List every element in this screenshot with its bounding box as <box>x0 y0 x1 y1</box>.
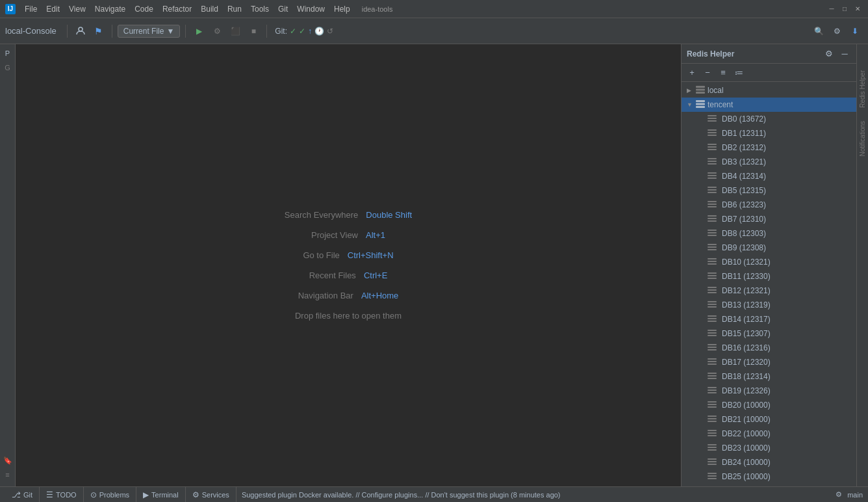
redis-db-item-6[interactable]: DB6 (12323) <box>682 198 856 212</box>
redis-db-item-0[interactable]: DB0 (13672) <box>682 112 856 126</box>
redis-db-item-20[interactable]: DB20 (10000) <box>682 398 856 412</box>
menu-help[interactable]: Help <box>330 3 354 15</box>
stop-button[interactable]: ■ <box>246 23 261 39</box>
tree-icon-tencent <box>696 100 705 110</box>
update-button[interactable]: ⬇ <box>847 23 863 39</box>
svg-rect-14 <box>708 146 717 148</box>
sidebar-icon-bookmarks[interactable]: 🔖 <box>1 454 14 467</box>
redis-db-item-10[interactable]: DB10 (12321) <box>682 255 856 269</box>
redis-filter-button[interactable]: ≔ <box>732 66 745 79</box>
right-label-notifications[interactable]: Notifications <box>858 114 867 163</box>
app-name: idea-tools <box>362 5 393 13</box>
redis-node-local[interactable]: ▶ local <box>682 83 856 98</box>
status-tab-services[interactable]: ⚙ Services <box>186 487 236 503</box>
svg-rect-6 <box>696 106 705 108</box>
run-button[interactable]: ▶ <box>191 23 207 39</box>
menu-file[interactable]: File <box>21 3 41 15</box>
minimize-button[interactable]: ─ <box>826 4 837 14</box>
redis-panel-title: Redis Helper <box>687 49 823 59</box>
status-tab-terminal[interactable]: ▶ Terminal <box>136 487 186 503</box>
menu-refactor[interactable]: Refactor <box>159 3 196 15</box>
svg-rect-35 <box>708 246 717 248</box>
sidebar-icon-structure[interactable]: ≡ <box>1 468 14 481</box>
svg-rect-20 <box>708 175 717 176</box>
redis-db-item-2[interactable]: DB2 (12312) <box>682 140 856 155</box>
menu-edit[interactable]: Edit <box>42 3 64 15</box>
restore-button[interactable]: □ <box>839 4 850 14</box>
build-button[interactable]: ⚙ <box>209 23 225 39</box>
db-icon-10 <box>708 258 717 267</box>
svg-rect-73 <box>708 430 717 431</box>
redis-db-item-18[interactable]: DB18 (12314) <box>682 369 856 384</box>
tree-arrow-tencent: ▼ <box>687 101 693 108</box>
sidebar-icon-project[interactable]: P <box>1 47 14 60</box>
current-file-button[interactable]: Current File ▼ <box>118 25 181 38</box>
redis-db-item-24[interactable]: DB24 (10000) <box>682 455 856 469</box>
git-history-icon: 🕐 <box>314 27 324 36</box>
db-label-16: DB16 (12316) <box>722 343 771 352</box>
svg-rect-68 <box>708 404 717 405</box>
db-icon-2 <box>708 143 717 152</box>
toolbar-separator-1 <box>67 25 68 38</box>
menu-run[interactable]: Run <box>223 3 246 15</box>
redis-db-item-17[interactable]: DB17 (12320) <box>682 355 856 369</box>
redis-db-item-5[interactable]: DB5 (12315) <box>682 183 856 198</box>
status-tab-git[interactable]: ⎇ Git <box>5 487 40 503</box>
menu-tools[interactable]: Tools <box>247 3 273 15</box>
menu-git[interactable]: Git <box>274 3 292 15</box>
redis-db-item-23[interactable]: DB23 (10000) <box>682 441 856 455</box>
main-branch-label[interactable]: main <box>847 491 863 499</box>
redis-db-item-16[interactable]: DB16 (12316) <box>682 341 856 355</box>
redis-remove-button[interactable]: − <box>701 66 714 79</box>
window-controls: ─ □ ✕ <box>826 4 863 14</box>
redis-settings-button[interactable]: ⚙ <box>823 47 836 60</box>
db-label-15: DB15 (12307) <box>722 329 771 338</box>
db-label-20: DB20 (10000) <box>722 401 771 410</box>
redis-db-item-11[interactable]: DB11 (12330) <box>682 269 856 284</box>
profile-button[interactable] <box>73 23 88 39</box>
redis-db-item-22[interactable]: DB22 (10000) <box>682 427 856 441</box>
hint-row-4: Recent Files Ctrl+E <box>309 271 388 280</box>
menu-window[interactable]: Window <box>293 3 329 15</box>
svg-rect-32 <box>708 232 717 233</box>
close-button[interactable]: ✕ <box>852 4 863 14</box>
redis-db-item-8[interactable]: DB8 (12303) <box>682 226 856 241</box>
menu-code[interactable]: Code <box>131 3 157 15</box>
menu-navigate[interactable]: Navigate <box>91 3 129 15</box>
settings-button2[interactable]: ⚙ <box>829 23 845 39</box>
toolbar-separator-4 <box>266 25 267 38</box>
redis-db-item-7[interactable]: DB7 (12310) <box>682 212 856 226</box>
svg-rect-72 <box>708 421 717 422</box>
redis-node-tencent[interactable]: ▼ tencent <box>682 98 856 112</box>
redis-add-button[interactable]: + <box>685 66 698 79</box>
redis-db-item-12[interactable]: DB12 (12321) <box>682 284 856 298</box>
sidebar-icon-git2[interactable]: G <box>1 61 14 74</box>
svg-rect-5 <box>696 103 705 105</box>
search-button[interactable]: 🔍 <box>811 23 826 39</box>
status-tab-todo[interactable]: ☰ TODO <box>40 487 84 503</box>
status-tab-problems[interactable]: ⊙ Problems <box>84 487 136 503</box>
svg-rect-46 <box>708 301 717 302</box>
redis-db-item-1[interactable]: DB1 (12311) <box>682 126 856 140</box>
menu-build[interactable]: Build <box>197 3 222 15</box>
menu-view[interactable]: View <box>65 3 90 15</box>
current-file-label: Current File <box>123 27 164 36</box>
redis-db-item-3[interactable]: DB3 (12321) <box>682 155 856 169</box>
redis-db-item-21[interactable]: DB21 (10000) <box>682 412 856 427</box>
redis-db-item-25[interactable]: DB25 (10000) <box>682 469 856 484</box>
redis-db-item-19[interactable]: DB19 (12326) <box>682 384 856 398</box>
redis-close-button[interactable]: ─ <box>838 47 851 60</box>
redis-sort-button[interactable]: ≡ <box>717 66 730 79</box>
redis-db-item-9[interactable]: DB9 (12308) <box>682 241 856 255</box>
right-label-redis[interactable]: Redis Helper <box>858 64 867 114</box>
redis-db-item-4[interactable]: DB4 (12314) <box>682 169 856 183</box>
hint4-label: Recent Files <box>309 271 356 280</box>
toggle-button[interactable]: ⚑ <box>91 23 107 39</box>
redis-db-item-14[interactable]: DB14 (12317) <box>682 312 856 326</box>
redis-db-item-15[interactable]: DB15 (12307) <box>682 326 856 341</box>
hint-row-2: Project View Alt+1 <box>311 230 385 240</box>
redis-db-item-13[interactable]: DB13 (12319) <box>682 298 856 312</box>
debug-button[interactable]: ⬛ <box>227 23 243 39</box>
db-icon-4 <box>708 172 717 181</box>
svg-rect-78 <box>708 449 717 451</box>
